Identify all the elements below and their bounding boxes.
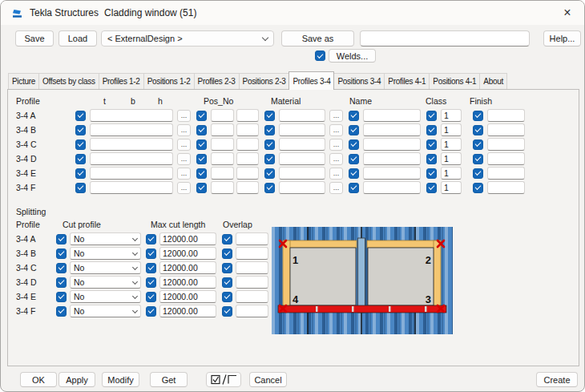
pos-no-prefix-input[interactable] <box>211 152 234 165</box>
tab[interactable]: Picture <box>8 73 39 89</box>
tbh-checkbox[interactable] <box>75 125 86 135</box>
class-checkbox[interactable] <box>426 154 437 164</box>
material-input[interactable] <box>279 152 325 165</box>
overlap-input[interactable] <box>236 305 268 317</box>
tbh-checkbox[interactable] <box>75 111 86 121</box>
apply-button[interactable]: Apply <box>58 372 95 387</box>
finish-input[interactable] <box>487 152 525 165</box>
profile-browse-button[interactable]: ... <box>177 110 191 122</box>
overlap-input[interactable] <box>236 290 268 303</box>
material-browse-button[interactable]: ... <box>329 124 343 136</box>
tbh-input[interactable] <box>90 181 173 194</box>
finish-input[interactable] <box>487 138 525 151</box>
max-cut-length-input[interactable] <box>159 305 216 317</box>
tbh-input[interactable] <box>90 138 173 151</box>
finish-checkbox[interactable] <box>473 125 483 135</box>
tab[interactable]: Positions 3-4 <box>333 73 385 89</box>
tab[interactable]: Offsets by class <box>38 73 99 89</box>
material-checkbox[interactable] <box>264 168 275 179</box>
finish-checkbox[interactable] <box>473 168 483 179</box>
overlap-input[interactable] <box>236 261 268 274</box>
tab[interactable]: Profiles 3-4 <box>288 71 334 90</box>
name-input[interactable] <box>363 109 421 122</box>
close-icon[interactable]: × <box>551 1 584 25</box>
material-input[interactable] <box>279 109 325 122</box>
pos-no-checkbox[interactable] <box>196 111 207 121</box>
tab[interactable]: Positions 4-1 <box>429 73 480 89</box>
profile-browse-button[interactable]: ... <box>177 139 191 151</box>
tbh-input[interactable] <box>90 152 173 165</box>
tbh-input[interactable] <box>90 167 173 180</box>
overlap-checkbox[interactable] <box>222 306 232 317</box>
finish-input[interactable] <box>487 109 525 122</box>
material-checkbox[interactable] <box>264 183 275 193</box>
class-checkbox[interactable] <box>426 111 437 121</box>
overlap-checkbox[interactable] <box>222 234 232 244</box>
max-cut-length-input[interactable] <box>159 232 216 245</box>
class-checkbox[interactable] <box>426 168 437 179</box>
profile-browse-button[interactable]: ... <box>177 153 191 165</box>
tbh-input[interactable] <box>90 109 173 122</box>
cut-profile-checkbox[interactable] <box>56 263 67 273</box>
ok-button[interactable]: OK <box>20 372 57 387</box>
pos-no-prefix-input[interactable] <box>211 123 234 136</box>
max-cut-length-checkbox[interactable] <box>146 234 156 244</box>
overlap-input[interactable] <box>236 247 268 260</box>
pos-no-prefix-input[interactable] <box>211 109 234 122</box>
material-input[interactable] <box>279 167 325 180</box>
pos-no-start-input[interactable] <box>236 181 259 194</box>
material-input[interactable] <box>279 123 325 136</box>
overlap-checkbox[interactable] <box>222 292 232 302</box>
save-button[interactable]: Save <box>15 30 54 46</box>
cut-profile-select[interactable]: No <box>70 232 141 245</box>
material-checkbox[interactable] <box>264 125 275 135</box>
max-cut-length-checkbox[interactable] <box>146 292 156 302</box>
get-button[interactable]: Get <box>150 372 188 387</box>
overlap-checkbox[interactable] <box>222 249 232 259</box>
class-input[interactable] <box>441 152 462 165</box>
material-checkbox[interactable] <box>264 111 275 121</box>
class-input[interactable] <box>441 181 462 194</box>
max-cut-length-checkbox[interactable] <box>146 306 156 317</box>
settings-combobox[interactable]: < ExternalDesign > <box>101 30 274 46</box>
tbh-checkbox[interactable] <box>75 139 86 150</box>
class-input[interactable] <box>441 109 462 122</box>
name-checkbox[interactable] <box>349 168 359 179</box>
max-cut-length-checkbox[interactable] <box>146 277 156 288</box>
cut-profile-checkbox[interactable] <box>56 292 67 302</box>
max-cut-length-checkbox[interactable] <box>146 249 156 259</box>
finish-checkbox[interactable] <box>473 111 483 121</box>
cancel-button[interactable]: Cancel <box>249 372 287 387</box>
material-browse-button[interactable]: ... <box>329 182 343 194</box>
tab[interactable]: Positions 2-3 <box>239 73 290 89</box>
profile-browse-button[interactable]: ... <box>177 124 191 136</box>
class-input[interactable] <box>441 123 462 136</box>
name-checkbox[interactable] <box>349 139 359 150</box>
name-input[interactable] <box>363 167 421 180</box>
welds-checkbox[interactable] <box>315 51 325 61</box>
finish-input[interactable] <box>487 181 525 194</box>
tab[interactable]: About <box>479 73 507 89</box>
pos-no-checkbox[interactable] <box>196 125 207 135</box>
tbh-input[interactable] <box>90 123 173 136</box>
pos-no-checkbox[interactable] <box>196 139 207 150</box>
save-as-name-input[interactable] <box>360 30 530 46</box>
finish-checkbox[interactable] <box>473 183 483 193</box>
tbh-checkbox[interactable] <box>75 183 86 193</box>
cut-profile-checkbox[interactable] <box>56 234 67 244</box>
name-input[interactable] <box>363 138 421 151</box>
pos-no-start-input[interactable] <box>236 123 259 136</box>
pos-no-start-input[interactable] <box>236 167 259 180</box>
max-cut-length-input[interactable] <box>159 290 216 303</box>
overlap-input[interactable] <box>236 232 268 245</box>
pos-no-checkbox[interactable] <box>196 154 207 164</box>
max-cut-length-input[interactable] <box>159 276 216 289</box>
profile-browse-button[interactable]: ... <box>177 168 191 180</box>
welds-button[interactable]: Welds... <box>329 49 376 63</box>
tab[interactable]: Profiles 1-2 <box>99 73 144 89</box>
pos-no-prefix-input[interactable] <box>211 167 234 180</box>
load-button[interactable]: Load <box>58 30 97 46</box>
tab[interactable]: Positions 1-2 <box>143 73 195 89</box>
class-checkbox[interactable] <box>426 125 437 135</box>
finish-checkbox[interactable] <box>473 154 483 164</box>
